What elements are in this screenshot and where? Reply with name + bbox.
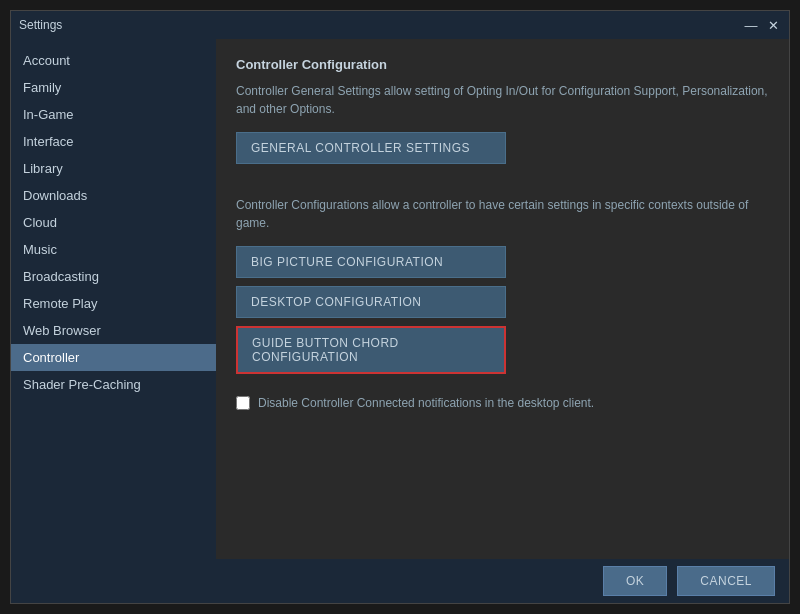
close-button[interactable]: ✕: [765, 18, 781, 33]
sidebar-item-music[interactable]: Music: [11, 236, 216, 263]
settings-window: Settings — ✕ Account Family In-Game Inte…: [10, 10, 790, 604]
content-area: Account Family In-Game Interface Library…: [11, 39, 789, 559]
footer: OK CANCEL: [11, 559, 789, 603]
sidebar-item-shader-pre-caching[interactable]: Shader Pre-Caching: [11, 371, 216, 398]
sidebar-item-interface[interactable]: Interface: [11, 128, 216, 155]
config-description: Controller Configurations allow a contro…: [236, 196, 769, 232]
big-picture-configuration-button[interactable]: BIG PICTURE CONFIGURATION: [236, 246, 506, 278]
main-content: Controller Configuration Controller Gene…: [216, 39, 789, 559]
sidebar-item-downloads[interactable]: Downloads: [11, 182, 216, 209]
sidebar-item-library[interactable]: Library: [11, 155, 216, 182]
general-description: Controller General Settings allow settin…: [236, 82, 769, 118]
sidebar-item-broadcasting[interactable]: Broadcasting: [11, 263, 216, 290]
disable-notifications-label: Disable Controller Connected notificatio…: [258, 396, 594, 410]
sidebar-item-cloud[interactable]: Cloud: [11, 209, 216, 236]
titlebar-controls: — ✕: [743, 18, 781, 33]
sidebar-item-account[interactable]: Account: [11, 47, 216, 74]
sidebar-item-ingame[interactable]: In-Game: [11, 101, 216, 128]
sidebar-item-controller[interactable]: Controller: [11, 344, 216, 371]
cancel-button[interactable]: CANCEL: [677, 566, 775, 596]
ok-button[interactable]: OK: [603, 566, 667, 596]
desktop-configuration-button[interactable]: DESKTOP CONFIGURATION: [236, 286, 506, 318]
sidebar-item-web-browser[interactable]: Web Browser: [11, 317, 216, 344]
titlebar: Settings — ✕: [11, 11, 789, 39]
sidebar-item-remote-play[interactable]: Remote Play: [11, 290, 216, 317]
disable-notifications-row: Disable Controller Connected notificatio…: [236, 396, 769, 410]
guide-button-chord-configuration-button[interactable]: GUIDE BUTTON CHORD CONFIGURATION: [236, 326, 506, 374]
window-title: Settings: [19, 18, 62, 32]
sidebar-item-family[interactable]: Family: [11, 74, 216, 101]
disable-notifications-checkbox[interactable]: [236, 396, 250, 410]
section-title: Controller Configuration: [236, 57, 769, 72]
general-controller-settings-button[interactable]: GENERAL CONTROLLER SETTINGS: [236, 132, 506, 164]
sidebar: Account Family In-Game Interface Library…: [11, 39, 216, 559]
minimize-button[interactable]: —: [743, 18, 759, 33]
